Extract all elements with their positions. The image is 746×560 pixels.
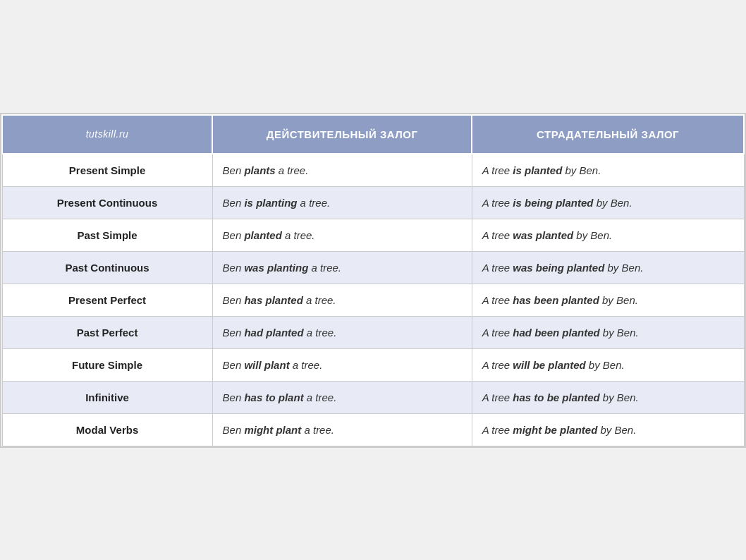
tense-name-cell: Past Perfect [2, 316, 212, 348]
tense-name-cell: Present Perfect [2, 284, 212, 316]
active-verb: has planted [244, 294, 302, 306]
tense-name-cell: Present Continuous [2, 186, 212, 219]
active-voice-cell: Ben will plant a tree. [212, 348, 472, 381]
table-header-row: tutskill.ru ДЕЙСТВИТЕЛЬНЫЙ ЗАЛОГ СТРАДАТ… [2, 115, 744, 154]
table-row: Past PerfectBen had planted a tree.A tre… [2, 316, 744, 348]
passive-voice-cell: A tree was planted by Ben. [472, 219, 744, 251]
table-row: Past SimpleBen planted a tree.A tree was… [2, 219, 744, 251]
grammar-table: tutskill.ru ДЕЙСТВИТЕЛЬНЫЙ ЗАЛОГ СТРАДАТ… [1, 114, 745, 446]
passive-voice-cell: A tree is being planted by Ben. [472, 186, 744, 219]
table-row: InfinitiveBen has to plant a tree.A tree… [2, 381, 744, 413]
table-row: Future SimpleBen will plant a tree.A tre… [2, 348, 744, 381]
passive-voice-cell: A tree might be planted by Ben. [472, 413, 744, 446]
table-row: Past ContinuousBen was planting a tree.A… [2, 251, 744, 284]
tense-name-cell: Future Simple [2, 348, 212, 381]
passive-verb: is planted [513, 164, 562, 176]
passive-verb: will be planted [513, 359, 585, 371]
tense-name-cell: Infinitive [2, 381, 212, 413]
active-voice-cell: Ben was planting a tree. [212, 251, 472, 284]
passive-voice-cell: A tree has been planted by Ben. [472, 284, 744, 316]
table-row: Present PerfectBen has planted a tree.A … [2, 284, 744, 316]
tense-name-cell: Present Simple [2, 154, 212, 187]
active-voice-cell: Ben might plant a tree. [212, 413, 472, 446]
active-voice-cell: Ben had planted a tree. [212, 316, 472, 348]
passive-verb: had been planted [513, 327, 599, 339]
tense-name-cell: Modal Verbs [2, 413, 212, 446]
passive-voice-cell: A tree was being planted by Ben. [472, 251, 744, 284]
active-voice-cell: Ben has to plant a tree. [212, 381, 472, 413]
passive-verb: has to be planted [513, 391, 599, 403]
table-row: Present ContinuousBen is planting a tree… [2, 186, 744, 219]
passive-verb: is being planted [513, 197, 593, 209]
passive-verb: was planted [513, 229, 573, 241]
tense-name-cell: Past Simple [2, 219, 212, 251]
passive-verb: might be planted [513, 424, 597, 436]
passive-voice-cell: A tree is planted by Ben. [472, 154, 744, 187]
table-row: Present SimpleBen plants a tree.A tree i… [2, 154, 744, 187]
active-verb: plants [244, 164, 275, 176]
active-verb: might plant [244, 424, 301, 436]
active-verb: will plant [244, 359, 289, 371]
active-voice-cell: Ben is planting a tree. [212, 186, 472, 219]
tense-name-cell: Past Continuous [2, 251, 212, 284]
passive-voice-cell: A tree has to be planted by Ben. [472, 381, 744, 413]
passive-voice-cell: A tree will be planted by Ben. [472, 348, 744, 381]
active-verb: is planting [244, 197, 297, 209]
header-logo: tutskill.ru [2, 115, 212, 154]
active-verb: has to plant [244, 391, 303, 403]
active-verb: had planted [244, 327, 303, 339]
active-voice-cell: Ben planted a tree. [212, 219, 472, 251]
active-voice-cell: Ben plants a tree. [212, 154, 472, 187]
table-row: Modal VerbsBen might plant a tree.A tree… [2, 413, 744, 446]
active-voice-cell: Ben has planted a tree. [212, 284, 472, 316]
passive-verb: has been planted [513, 294, 599, 306]
header-passive-voice: СТРАДАТЕЛЬНЫЙ ЗАЛОГ [472, 115, 744, 154]
active-verb: was planting [244, 262, 308, 274]
grammar-table-wrapper: tutskill.ru ДЕЙСТВИТЕЛЬНЫЙ ЗАЛОГ СТРАДАТ… [0, 113, 746, 448]
active-verb: planted [244, 229, 281, 241]
header-active-voice: ДЕЙСТВИТЕЛЬНЫЙ ЗАЛОГ [212, 115, 472, 154]
passive-verb: was being planted [513, 262, 604, 274]
passive-voice-cell: A tree had been planted by Ben. [472, 316, 744, 348]
